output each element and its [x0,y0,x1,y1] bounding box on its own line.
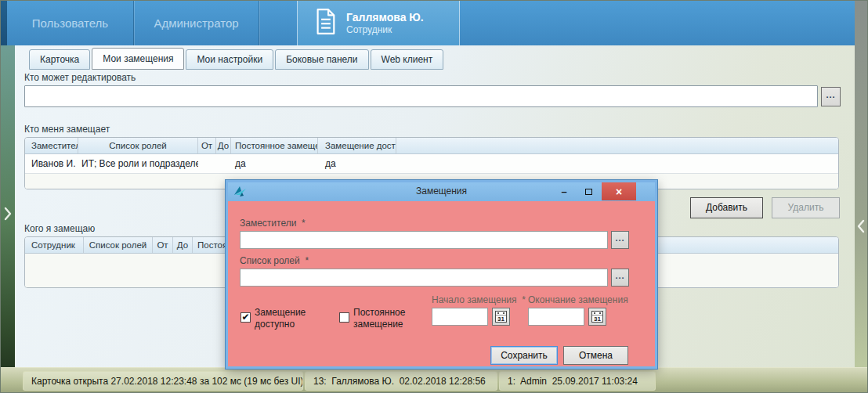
status-card-info: Карточка открыта 27.02.2018 12:23:48 за … [23,371,303,391]
calendar-day: 31 [496,315,506,323]
required-mark: * [522,294,526,305]
calendar-day: 31 [592,315,602,323]
tab-web-client-label: Web клиент [382,54,433,65]
available-checkbox-label[interactable]: Замещение доступно [255,307,316,330]
cell-from [198,154,216,173]
tab-card[interactable]: Карточка [29,49,90,70]
maximize-icon [585,189,592,195]
right-panel-collapsed[interactable] [855,1,867,393]
permanent-checkbox[interactable] [339,312,349,323]
settings-tabs: Карточка Мои замещения Мои настройки Бок… [29,48,445,70]
dialog-titlebar[interactable]: Замещения – × [228,182,655,201]
editors-input[interactable] [24,85,818,107]
roles-input[interactable] [240,269,608,287]
column-header[interactable]: Заместители [25,138,78,153]
cell-permanent: да [231,154,318,173]
add-button[interactable]: Добавить [690,197,763,218]
required-mark: * [302,218,306,229]
column-header[interactable]: Список ролей [84,237,153,253]
tab-side-panels[interactable]: Боковые панели [275,49,368,70]
deputies-field-label: Заместители * [240,218,306,229]
end-date-calendar-button[interactable]: 31 [588,308,606,326]
cancel-button[interactable]: Отмена [563,346,628,365]
checkmark-icon: ✔ [241,312,249,323]
substitutes-label: Кто меня замещает [24,124,110,135]
minimize-icon: – [561,186,566,197]
close-icon: × [616,186,622,198]
start-date-label: Начало замещения * [432,294,526,305]
statusbar: Карточка открыта 27.02.2018 12:23:48 за … [1,367,868,393]
permanent-checkbox-label[interactable]: Постоянное замещение [353,307,422,330]
save-button[interactable]: Сохранить [490,346,558,365]
column-header[interactable]: Сотрудник [25,237,84,253]
substitution-dialog: Замещения – × Заместители * ... Список р… [226,180,657,369]
substituting-label: Кого я замещаю [24,223,95,234]
deputies-label-text: Заместители [240,218,296,229]
tab-my-substitutions-label: Мои замещения [103,53,173,64]
column-header[interactable]: От [198,138,216,153]
expand-right-chevron-icon [3,206,13,222]
maximize-button[interactable] [577,182,599,200]
window-edge-left [1,1,7,45]
column-header[interactable]: Постоянное замещение [231,138,318,153]
column-header-spacer [396,138,838,153]
top-tab-current-user[interactable]: Галлямова Ю. Сотрудник [297,1,460,45]
cell-spacer [396,154,838,173]
column-header[interactable]: Список ролей [78,138,198,153]
tab-my-settings-label: Мои настройки [197,54,262,65]
user-role: Сотрудник [346,24,424,36]
user-name: Галлямова Ю. [346,11,424,24]
minimize-button[interactable]: – [552,182,576,200]
tab-card-label: Карточка [40,54,79,65]
column-header[interactable]: Замещение доступно [318,138,396,153]
status-session-admin: 1: Admin 25.09.2017 11:03:24 [499,371,656,391]
calendar-icon: 31 [495,311,507,323]
top-tab-user[interactable]: Пользователь [7,1,134,45]
column-header[interactable]: До [216,138,231,153]
deputies-input[interactable] [240,231,608,249]
top-tab-user-label: Пользователь [32,16,108,30]
start-label-text: Начало замещения [432,294,517,305]
status-session-user: 13: Галлямова Ю. 02.02.2018 12:28:56 [305,371,497,391]
calendar-icon: 31 [591,311,603,323]
delete-button[interactable]: Удалить [772,197,840,218]
editors-label: Кто может редактировать [24,72,136,83]
column-header[interactable]: От [153,237,173,253]
app-window: Пользователь Администратор Галлямова Ю. … [0,0,868,393]
end-date-label: Окончание замещения [528,294,628,305]
top-tab-admin-label: Администратор [154,16,238,30]
tab-web-client[interactable]: Web клиент [371,49,444,70]
expand-left-chevron-icon [856,218,866,234]
cell-to [216,154,231,173]
end-date-input[interactable] [528,308,584,326]
document-icon [315,8,336,38]
tab-my-settings[interactable]: Мои настройки [186,49,273,70]
roles-label-text: Список ролей [240,255,300,266]
substitutes-table-header: Заместители Список ролей От До Постоянно… [25,138,838,154]
left-panel-collapsed[interactable] [1,45,15,367]
tab-side-panels-label: Боковые панели [286,54,357,65]
table-row[interactable]: Иванов И. ИТ; Все роли и подразделения д… [25,154,838,174]
close-button[interactable]: × [602,182,636,200]
cell-available: да [318,154,396,173]
start-date-input[interactable] [432,308,488,326]
editors-browse-button[interactable]: ... [821,87,841,106]
tab-my-substitutions[interactable]: Мои замещения [92,48,184,70]
top-tab-admin[interactable]: Администратор [134,1,259,45]
deputies-browse-button[interactable]: ... [611,231,629,249]
cell-roles: ИТ; Все роли и подразделения [78,154,198,173]
required-mark: * [305,255,309,266]
roles-browse-button[interactable]: ... [611,269,629,287]
topbar: Пользователь Администратор Галлямова Ю. … [1,1,868,45]
cell-deputy: Иванов И. [25,154,78,173]
roles-field-label: Список ролей * [240,255,309,266]
column-header[interactable]: До [173,237,193,253]
start-date-calendar-button[interactable]: 31 [492,308,510,326]
available-checkbox[interactable]: ✔ [241,312,251,323]
